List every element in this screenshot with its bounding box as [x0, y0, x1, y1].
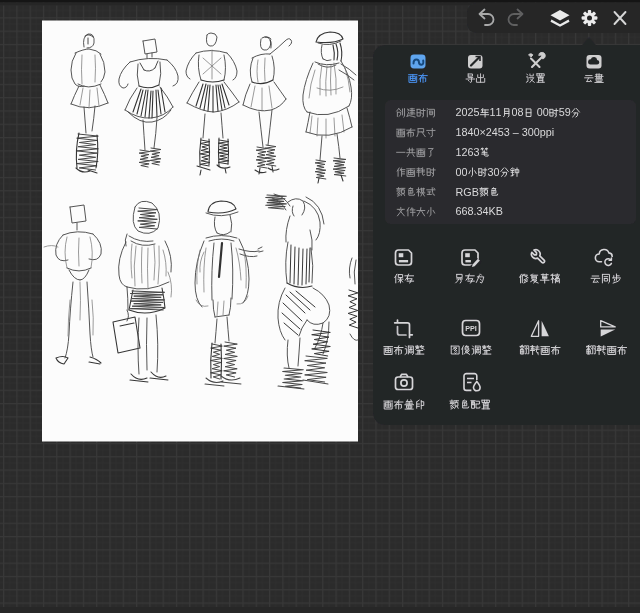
svg-text:2025: 2025 — [456, 106, 480, 118]
svg-text:RGB: RGB — [456, 186, 479, 198]
svg-text:00: 00 — [456, 166, 468, 178]
svg-text:08: 08 — [512, 106, 524, 118]
svg-text:59: 59 — [559, 106, 571, 118]
svg-text:11: 11 — [490, 106, 502, 118]
svg-text:1263: 1263 — [456, 146, 480, 158]
svg-text:30: 30 — [488, 166, 500, 178]
svg-text:00: 00 — [537, 106, 549, 118]
svg-text:300ppi: 300ppi — [522, 126, 554, 138]
svg-text:–: – — [513, 126, 519, 138]
svg-text:PPI: PPI — [465, 324, 477, 333]
svg-text:1840×2453: 1840×2453 — [456, 126, 510, 138]
svg-text:668.34KB: 668.34KB — [456, 205, 503, 217]
